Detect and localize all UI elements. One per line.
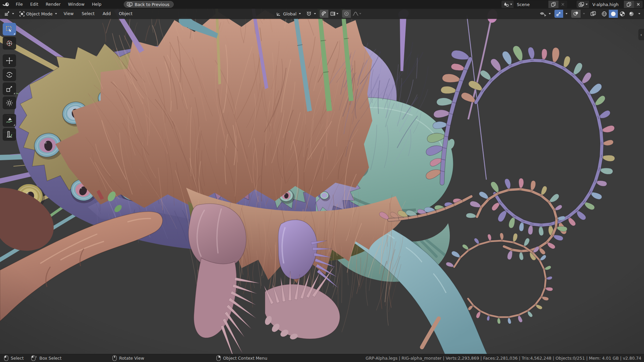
tool-rotate[interactable] bbox=[3, 68, 16, 81]
toolbar bbox=[3, 23, 16, 141]
mouse-left-icon bbox=[4, 355, 8, 361]
show-object-types-selector[interactable] bbox=[538, 10, 552, 18]
sidebar-collapse-tab[interactable]: ‹ bbox=[638, 29, 644, 40]
menu-edit[interactable]: Edit bbox=[26, 0, 42, 9]
chevron-down-icon bbox=[55, 13, 57, 14]
mode-selector[interactable]: Object Mode bbox=[18, 10, 59, 18]
chevron-down-icon bbox=[549, 13, 551, 14]
chevron-down-icon bbox=[586, 4, 588, 5]
chevron-down-icon bbox=[510, 4, 512, 5]
proportional-editing-toggle[interactable] bbox=[342, 10, 351, 18]
tool-measure[interactable] bbox=[3, 128, 16, 141]
orientation-icon bbox=[276, 11, 281, 16]
blender-window: File Edit Render Window Help Back to Pre… bbox=[0, 0, 644, 362]
close-icon bbox=[561, 3, 565, 6]
shading-wireframe-icon bbox=[601, 11, 607, 17]
pivot-point-selector[interactable] bbox=[305, 10, 318, 18]
move-icon bbox=[5, 57, 13, 65]
editor-type-button[interactable] bbox=[2, 10, 16, 18]
shading-rendered-button[interactable] bbox=[627, 10, 636, 18]
orientation-label: Global bbox=[283, 11, 297, 16]
xray-toggle[interactable] bbox=[589, 10, 598, 18]
tool-move[interactable] bbox=[3, 54, 16, 67]
transform-orientation-selector[interactable]: Global bbox=[274, 10, 303, 18]
tool-annotate[interactable] bbox=[3, 114, 16, 127]
transform-icon bbox=[5, 99, 13, 107]
show-overlays-toggle[interactable] bbox=[571, 10, 581, 18]
chevron-down-icon bbox=[566, 13, 568, 14]
show-gizmo-toggle[interactable] bbox=[554, 10, 563, 18]
hint-rotate-view: Rotate View bbox=[112, 355, 144, 361]
hint-label: Rotate View bbox=[119, 356, 144, 361]
gizmo-dropdown[interactable] bbox=[563, 10, 569, 18]
hint-select: Select bbox=[4, 355, 24, 361]
view-layer-browse-button[interactable] bbox=[577, 1, 589, 8]
snap-target-selector[interactable] bbox=[328, 10, 340, 18]
blender-logo[interactable] bbox=[3, 2, 10, 7]
shading-solid-button[interactable] bbox=[609, 10, 618, 18]
tool-transform[interactable] bbox=[3, 97, 16, 109]
mouse-left-drag-icon bbox=[31, 355, 37, 361]
rotate-icon bbox=[5, 71, 13, 79]
overlays-icon bbox=[573, 11, 579, 16]
scene-icon bbox=[503, 2, 509, 7]
scene-browse-button[interactable] bbox=[501, 1, 514, 8]
falloff-selector[interactable] bbox=[351, 10, 363, 18]
view-layer-remove-button[interactable] bbox=[634, 1, 643, 8]
snapping-group bbox=[320, 10, 340, 18]
view-layer-name-field[interactable]: V-alpha.high bbox=[589, 1, 624, 8]
measure-icon bbox=[5, 130, 13, 138]
viewport-canvas[interactable] bbox=[0, 9, 644, 354]
tool-scale[interactable] bbox=[3, 82, 16, 95]
menu-select[interactable]: Select bbox=[78, 10, 98, 18]
menu-help[interactable]: Help bbox=[88, 0, 105, 9]
statusbar: Select Box Select Rotate View Object Con… bbox=[0, 354, 644, 362]
mode-label: Object Mode bbox=[26, 11, 53, 16]
snap-toggle[interactable] bbox=[320, 10, 328, 18]
tool-select-box[interactable] bbox=[3, 23, 16, 36]
copy-icon bbox=[627, 2, 631, 7]
copy-icon bbox=[551, 2, 556, 7]
shading-solid-icon bbox=[610, 11, 616, 17]
editor-type-icon bbox=[4, 11, 10, 16]
scene-new-button[interactable] bbox=[548, 1, 558, 8]
xray-icon bbox=[590, 11, 596, 16]
menu-window[interactable]: Window bbox=[64, 0, 88, 9]
viewport-vignette bbox=[0, 9, 644, 354]
shading-material-button[interactable] bbox=[618, 10, 627, 18]
overlays-dropdown[interactable] bbox=[581, 10, 587, 18]
chevron-down-icon bbox=[314, 13, 316, 14]
scene-selector: Scene bbox=[501, 1, 567, 8]
back-icon bbox=[127, 2, 132, 7]
view-layer-selector: V-alpha.high bbox=[577, 1, 643, 8]
hint-label: Select bbox=[11, 356, 24, 361]
chevron-down-icon bbox=[299, 13, 301, 14]
close-icon bbox=[637, 3, 640, 6]
topbar-right: Scene bbox=[501, 1, 643, 8]
falloff-curve-icon bbox=[353, 11, 359, 16]
shading-dropdown[interactable] bbox=[636, 10, 642, 18]
menu-add[interactable]: Add bbox=[100, 10, 114, 18]
view-layer-new-button[interactable] bbox=[624, 1, 634, 8]
scene-unlink-button bbox=[558, 1, 567, 8]
shading-material-icon bbox=[620, 11, 625, 17]
scene-statistics: GRP-Alpha.legs | RIG-alpha_monster | Ver… bbox=[366, 356, 641, 361]
proportional-editing-icon bbox=[344, 11, 349, 16]
tool-cursor[interactable] bbox=[3, 37, 16, 50]
menu-file[interactable]: File bbox=[12, 0, 26, 9]
mouse-middle-icon bbox=[112, 355, 117, 361]
gizmo-icon bbox=[556, 11, 561, 16]
select-box-icon bbox=[5, 25, 13, 33]
hint-box-select: Box Select bbox=[31, 355, 62, 361]
shading-mode-group bbox=[600, 10, 642, 18]
menu-view[interactable]: View bbox=[61, 10, 77, 18]
menu-object[interactable]: Object bbox=[116, 10, 136, 18]
back-to-previous-button[interactable]: Back to Previous bbox=[124, 1, 174, 8]
shading-wireframe-button[interactable] bbox=[600, 10, 609, 18]
chevron-down-icon bbox=[12, 13, 14, 14]
back-to-previous-label: Back to Previous bbox=[135, 2, 169, 7]
snap-target-icon bbox=[330, 11, 336, 16]
menu-render[interactable]: Render bbox=[42, 0, 64, 9]
object-mode-icon bbox=[19, 11, 24, 16]
scene-name-field[interactable]: Scene bbox=[514, 1, 548, 8]
